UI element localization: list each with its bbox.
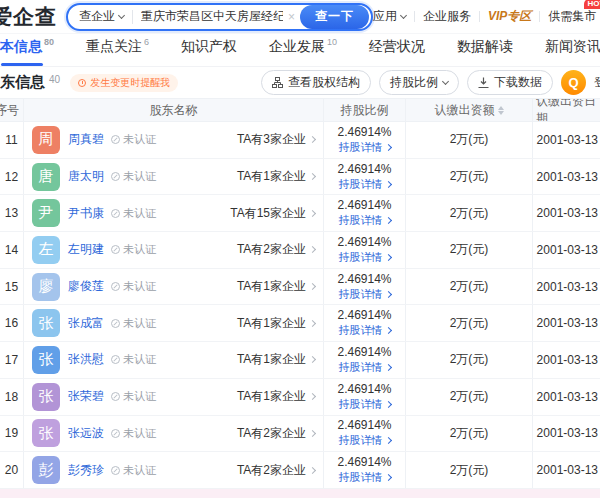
related-companies-link[interactable]: TA有15家企业 [230,205,315,222]
ratio-filter-label: 持股比例 [390,74,438,91]
clear-icon[interactable]: × [288,10,295,24]
aiqicha-logo[interactable]: 爱企查 [0,3,57,31]
related-companies-link[interactable]: TA有1家企业 [237,351,315,368]
subscribed-date: 2001-03-13 [537,463,598,477]
related-companies-link[interactable]: TA有1家企业 [237,278,315,295]
menu-apps[interactable]: 应用 [373,8,406,25]
verify-label: 未认证 [123,169,156,184]
related-companies-link[interactable]: TA有2家企业 [237,425,315,442]
menu-vip-zone[interactable]: VIP专区 [488,8,531,25]
shareholding-detail-label: 持股详情 [339,213,383,228]
shareholding-detail-label: 持股详情 [339,250,383,265]
shareholder-name-link[interactable]: 张洪慰 [68,351,104,368]
shareholding-detail-link[interactable]: 持股详情 [339,433,391,448]
row-number: 16 [5,316,18,330]
tab-label: 本信息 [0,38,42,54]
menu-supply-market[interactable]: 供需集市 HOT [548,8,596,25]
assistant-float-button[interactable]: Q [561,70,586,95]
chevron-right-icon [384,401,391,408]
search-bar[interactable]: 查企业 重庆市荣昌区中天房屋经纪有限公司 × 查一下 [66,3,373,31]
assistant-label: 登 [594,74,600,91]
tab-enterprise-development[interactable]: 企业发展10 [269,37,337,66]
row-number: 12 [5,170,18,184]
view-equity-structure-button[interactable]: 查看股权结构 [261,70,371,95]
search-input[interactable]: 重庆市荣昌区中天房屋经纪有限公司 [141,8,283,25]
related-companies-link[interactable]: TA有2家企业 [237,462,315,479]
avatar[interactable]: 张 [32,309,60,337]
change-alert-badge[interactable]: 发生变更时提醒我 [70,74,178,92]
shareholding-detail-link[interactable]: 持股详情 [339,323,391,338]
shareholding-ratio: 2.46914% [337,125,391,140]
table-header: 序号 股东名称 持股比例 认缴出资额 认缴出资日期 [0,98,600,122]
chevron-down-icon [442,77,449,84]
subscribed-date: 2001-03-13 [537,280,598,294]
shareholding-detail-link[interactable]: 持股详情 [339,250,391,265]
shareholding-detail-link[interactable]: 持股详情 [339,287,391,302]
unverified-icon [111,319,120,328]
related-companies-label: TA有2家企业 [237,425,306,442]
avatar[interactable]: 周 [32,126,60,154]
shareholding-detail-link[interactable]: 持股详情 [339,140,391,155]
avatar[interactable]: 尹 [32,199,60,227]
verify-label: 未认证 [123,206,156,221]
chevron-right-icon [384,144,391,151]
shareholder-name-link[interactable]: 张荣碧 [68,388,104,405]
view-equity-structure-label: 查看股权结构 [288,74,360,91]
unverified-icon [111,245,120,254]
subscribed-date: 2001-03-13 [537,353,598,367]
related-companies-link[interactable]: TA有2家企业 [237,241,315,258]
shareholding-detail-link[interactable]: 持股详情 [339,177,391,192]
chevron-right-icon [384,254,391,261]
related-companies-link[interactable]: TA有3家企业 [237,131,315,148]
shareholding-detail-link[interactable]: 持股详情 [339,470,391,485]
chevron-right-icon [384,180,391,187]
avatar[interactable]: 张 [32,419,60,447]
tab-news[interactable]: 新闻资讯 [545,38,600,66]
avatar[interactable]: 张 [32,346,60,374]
chevron-right-icon [309,136,316,143]
shareholder-name-link[interactable]: 张成富 [68,315,104,332]
tab-basic-info[interactable]: 本信息80 [0,37,54,66]
tab-intellectual-property[interactable]: 知识产权 [181,38,237,66]
verify-label: 未认证 [123,463,156,478]
verify-status: 未认证 [111,463,156,478]
avatar[interactable]: 张 [32,383,60,411]
subscribed-date: 2001-03-13 [537,426,598,440]
ratio-filter-dropdown[interactable]: 持股比例 [379,70,459,95]
subscribed-amount: 2万(元) [450,425,489,442]
avatar[interactable]: 唐 [32,163,60,191]
search-button[interactable]: 查一下 [300,5,369,29]
sort-icon[interactable] [498,106,504,115]
download-data-button[interactable]: 下载数据 [467,70,553,95]
shareholder-name-link[interactable]: 彭秀珍 [68,462,104,479]
shareholder-name-link[interactable]: 尹书康 [68,205,104,222]
divider [539,11,540,22]
shareholder-name-link[interactable]: 张远波 [68,425,104,442]
tab-business-status[interactable]: 经营状况 [369,38,425,66]
chevron-right-icon [309,466,316,473]
related-companies-link[interactable]: TA有1家企业 [237,388,315,405]
menu-enterprise-services[interactable]: 企业服务 [423,8,471,25]
related-companies-label: TA有15家企业 [230,205,306,222]
shareholder-name-link[interactable]: 周真碧 [68,131,104,148]
table-row: 14 左 左明建 未认证 TA有2家企业 2.46914% 持股详情 2万(元)… [0,232,600,269]
shareholding-detail-link[interactable]: 持股详情 [339,397,391,412]
search-category-dropdown[interactable]: 查企业 [79,8,124,25]
shareholder-name-link[interactable]: 廖俊莲 [68,278,104,295]
verify-status: 未认证 [111,389,156,404]
shareholder-name-link[interactable]: 唐太明 [68,168,104,185]
header-no: 序号 [4,102,19,119]
avatar[interactable]: 彭 [32,456,60,484]
avatar[interactable]: 廖 [32,273,60,301]
related-companies-link[interactable]: TA有1家企业 [237,168,315,185]
table-row: 13 尹 尹书康 未认证 TA有15家企业 2.46914% 持股详情 2万(元… [0,195,600,232]
tab-data-interpretation[interactable]: 数据解读 [457,38,513,66]
tab-key-focus[interactable]: 重点关注6 [86,37,149,66]
shareholder-name-link[interactable]: 左明建 [68,241,104,258]
table-row: 18 张 张荣碧 未认证 TA有1家企业 2.46914% 持股详情 2万(元)… [0,379,600,416]
shareholding-detail-link[interactable]: 持股详情 [339,360,391,375]
shareholding-detail-link[interactable]: 持股详情 [339,213,391,228]
verify-label: 未认证 [123,426,156,441]
avatar[interactable]: 左 [32,236,60,264]
related-companies-link[interactable]: TA有1家企业 [237,315,315,332]
